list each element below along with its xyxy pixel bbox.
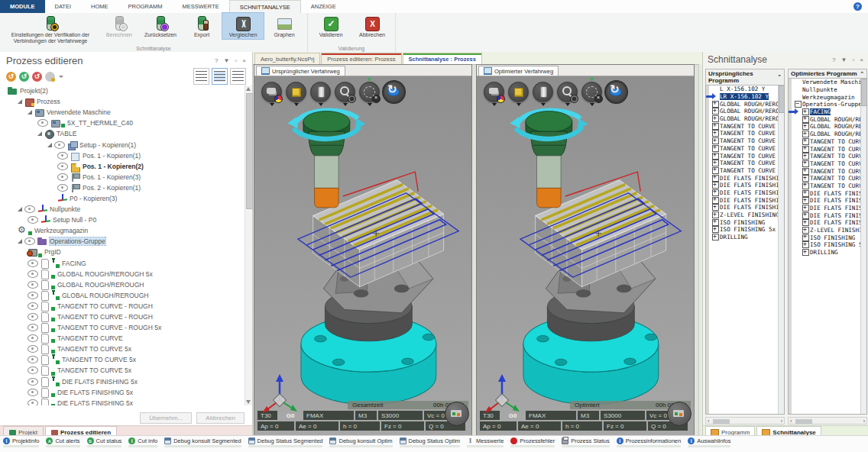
code-line[interactable]: GLOBAL ROUGH/REROUGH (710, 108, 784, 115)
expand-box-icon[interactable] (712, 234, 719, 241)
expand-box-icon[interactable] (802, 249, 809, 256)
status-item[interactable]: Debug konsult Optim (329, 437, 392, 447)
tree-row[interactable]: FACING (3, 258, 244, 269)
detail-view-button[interactable] (212, 68, 228, 85)
tree-row[interactable]: GLOBAL ROUGH/REROUGH (3, 279, 244, 290)
tree-row[interactable]: TANGENT TO CURVE (3, 333, 244, 344)
code-line[interactable]: TANGENT TO CURVE (710, 130, 784, 137)
viewport-tab[interactable]: Ursprünglicher Verfahrweg (256, 66, 345, 76)
status-item[interactable]: Auswahlinfos (688, 437, 730, 447)
column-header[interactable]: Optimiertes Programm ⌃ (788, 69, 867, 79)
tree-row[interactable]: Pos. 1 - Kopieren(3) (3, 172, 244, 182)
status-item[interactable]: Messwerte (467, 437, 504, 447)
code-line[interactable]: DIE FLATS FINISHING (710, 204, 784, 211)
help-icon[interactable]: ? (853, 2, 862, 11)
tree-row[interactable]: TANGENT TO CURVE - ROUGH (3, 312, 244, 322)
column-header[interactable]: Ursprüngliches Programm ⌃ (705, 69, 785, 86)
ribbon-button[interactable]: Zurücksetzen (140, 13, 181, 39)
menu-tab[interactable]: PROGRAMM (118, 0, 173, 13)
dropdown-caret-icon[interactable] (270, 103, 274, 106)
viewport-tool-button[interactable] (556, 82, 578, 106)
status-item[interactable]: Prozessfehler (510, 437, 555, 447)
status-item[interactable]: Debug Status Segmented (248, 437, 323, 447)
tree-row[interactable]: TABLE (3, 128, 244, 139)
tree-row[interactable]: GLOBAL ROUGH/REROUGH (3, 290, 244, 301)
menu-tab[interactable]: ANZEIGE (301, 0, 346, 13)
expander-icon[interactable] (18, 207, 22, 211)
visibility-eye-icon[interactable] (28, 216, 38, 224)
code-line[interactable]: DIE FLATS FINISHING (710, 174, 784, 182)
panel-pin-icon[interactable]: ▫ (852, 56, 854, 63)
tree-scrollbar[interactable] (245, 86, 252, 405)
visibility-eye-icon[interactable] (28, 356, 38, 363)
ribbon-button[interactable]: Einstellungen der Verifikation der Verbi… (2, 13, 99, 45)
visibility-eye-icon[interactable] (28, 378, 38, 386)
column-hscrollbar[interactable]: ⌄‹› (788, 415, 867, 425)
code-line[interactable]: TANGENT TO CURVE (710, 167, 784, 175)
viewport-tool-button[interactable] (358, 82, 381, 106)
code-line[interactable]: DRILLING (710, 234, 784, 241)
dropdown-caret-icon[interactable] (565, 103, 570, 106)
viewport-tool-button[interactable] (507, 82, 530, 106)
code-line[interactable]: ISO FINISHING 5x (710, 226, 784, 234)
dropdown-caret-icon[interactable] (517, 103, 521, 106)
program-code-list[interactable]: Verwendete Maschine Nullpunkte (788, 79, 867, 415)
viewport-tool-button[interactable] (261, 82, 283, 106)
status-item[interactable]: Prozessinformationen (617, 437, 682, 447)
visibility-eye-icon[interactable] (28, 270, 38, 278)
tree-row[interactable]: TANGENT TO CURVE - ROUGH (3, 301, 244, 312)
code-line[interactable]: DRILLING (792, 249, 866, 257)
tree-row[interactable]: DIE FLATS FINISHING 5x (3, 376, 244, 387)
visibility-eye-icon[interactable] (54, 141, 65, 149)
tree-row[interactable]: TANGENT TO CURVE - ROUGH 5x (3, 322, 244, 333)
tree-row[interactable]: TANGENT TO CURVE 5x (3, 365, 244, 376)
compact-view-button[interactable] (230, 68, 246, 85)
tree-row[interactable]: Verwendete Maschine (3, 107, 244, 118)
visibility-eye-icon[interactable] (28, 324, 38, 331)
panel-help-icon[interactable]: ? (215, 57, 218, 64)
viewport-tool-button[interactable] (605, 82, 627, 106)
tree-row[interactable]: Setup - Kopieren(1) (3, 139, 244, 150)
tree-row[interactable]: Werkzeugmagazin (3, 225, 244, 236)
viewport-tool-button[interactable] (383, 82, 405, 106)
visibility-eye-icon[interactable] (28, 260, 38, 267)
visibility-eye-icon[interactable] (28, 334, 38, 342)
status-item[interactable]: Debug konsult Segmented (164, 437, 241, 447)
apply-button[interactable]: Übernehm... (140, 412, 192, 424)
tree-row[interactable]: Projekt(2) (3, 86, 244, 96)
status-item[interactable]: Projektinfo (3, 437, 39, 447)
code-line[interactable]: GLOBAL ROUGH/REROUGH (710, 115, 784, 123)
ribbon-button[interactable]: Export (181, 13, 222, 39)
settings-gear-icon[interactable] (45, 72, 55, 82)
redo-green-icon[interactable]: ↺ (19, 72, 29, 82)
viewport-3d-scene[interactable]: Gesamtzeit 00h 02' 53" T30G0FMAXM3S3000V… (254, 76, 471, 437)
panel-pin-icon[interactable]: ▫ (235, 57, 237, 64)
panel-dropdown-icon[interactable]: ▼ (224, 57, 230, 64)
code-line[interactable]: TANGENT TO CURVE (710, 122, 784, 130)
expand-box-icon[interactable] (802, 197, 809, 204)
machine-view-button[interactable] (667, 402, 691, 426)
code-line[interactable]: TANGENT TO CURVE (710, 152, 784, 160)
code-line[interactable]: TANGENT TO CURVE (710, 145, 784, 153)
tree-row[interactable]: Setup Null - P0 (3, 215, 244, 225)
code-line[interactable]: Verwendete Maschine (792, 79, 866, 86)
code-line[interactable]: LR X-156.102 Y (710, 93, 784, 101)
menu-tab[interactable]: MODULE (0, 0, 45, 13)
tree-row[interactable]: Nullpunkte (3, 204, 244, 215)
code-line[interactable]: TANGENT TO CURVE (710, 137, 784, 145)
column-vscrollbar[interactable] (860, 79, 866, 414)
status-item[interactable]: Cut status (87, 437, 122, 447)
code-line[interactable]: L X-156.102 Y (710, 86, 784, 93)
tree-row[interactable]: 5X_TT_HERMLE_C40 (3, 118, 244, 128)
visibility-eye-icon[interactable] (37, 119, 48, 127)
status-item[interactable]: Cut info (128, 437, 157, 447)
tree-row[interactable]: DIE FLATS FINISHING 5x (3, 387, 244, 398)
tree-row[interactable]: Prozess (3, 96, 244, 107)
expander-icon[interactable] (28, 110, 32, 115)
menu-tab[interactable]: SCHNITTANALYSE (229, 0, 301, 13)
status-item[interactable]: Debug Status Optim (400, 437, 461, 447)
dropdown-caret-icon[interactable] (319, 103, 323, 106)
visibility-eye-icon[interactable] (28, 313, 38, 321)
viewport-tool-button[interactable] (483, 82, 505, 106)
dropdown-caret-icon[interactable] (541, 103, 546, 106)
